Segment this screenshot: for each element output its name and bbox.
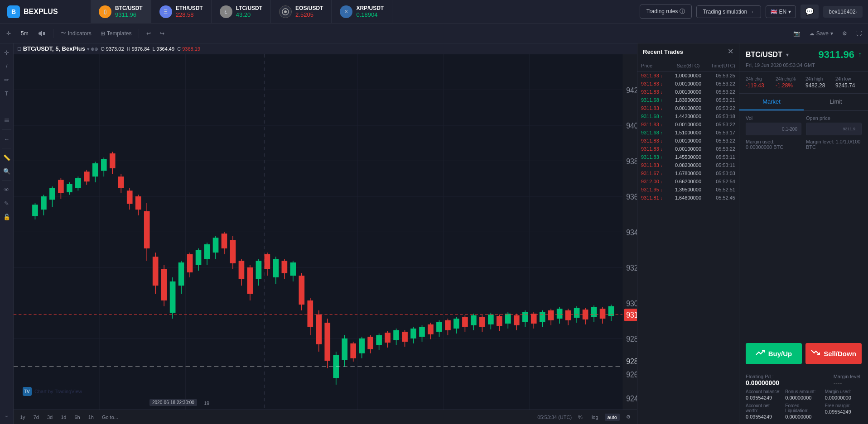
- trade-symbol-arrow: ▾: [786, 52, 789, 58]
- ticker-eos[interactable]: EOS/USDT 2.5205: [271, 0, 332, 24]
- zoom-tool[interactable]: 🔍: [1, 166, 12, 176]
- time-nav-1y[interactable]: 1y: [17, 414, 28, 421]
- lang-label: EN: [779, 9, 787, 15]
- chart-symbol: ☐ BTC/USDT, 5, BexPlus ▾ ⊕⊕: [17, 45, 98, 52]
- trade-size: 0.00100000: [672, 138, 704, 143]
- trading-simulation-button[interactable]: Trading simulation →: [696, 5, 761, 18]
- templates-button[interactable]: ⊞ Templates: [98, 29, 135, 38]
- logo-icon: B: [7, 5, 20, 18]
- measure-tool[interactable]: [1, 101, 12, 112]
- tab-limit[interactable]: Limit: [804, 94, 868, 110]
- tab-market[interactable]: Market: [739, 94, 804, 110]
- ticker-ltc[interactable]: Ł LTC/USDT 43.20: [212, 0, 271, 24]
- crosshair-tool[interactable]: ✛: [4, 29, 14, 38]
- forced-liq-item: Forced Liquidation: 0.00000000: [785, 403, 822, 419]
- redo-button[interactable]: ↪: [157, 29, 167, 38]
- svg-rect-26: [32, 205, 38, 216]
- trade-row: 9311.93↓ 1.00000000 05:53:25: [637, 71, 739, 80]
- top-actions: Trading rules ⓘ Trading simulation → 🇬🇧 …: [634, 5, 868, 19]
- trade-time: 05:53:22: [704, 122, 735, 127]
- trade-price: 9311.83↓: [641, 162, 672, 168]
- save-chevron-icon: ▾: [830, 30, 833, 37]
- open-price-input-row: 9311.9..: [806, 123, 862, 135]
- time-nav-3d[interactable]: 3d: [44, 414, 55, 421]
- chart-date-label: 2020-06-18 22:30:00: [149, 399, 197, 406]
- account-info: Floating P/L: 0.00000000 Margin level: -…: [739, 369, 868, 424]
- cursor-tool[interactable]: ✛: [1, 47, 12, 58]
- time-nav-1h[interactable]: 1h: [86, 414, 96, 421]
- indicators-button[interactable]: 〜 Indicators: [58, 28, 94, 39]
- user-button[interactable]: bex116402·: [823, 6, 863, 18]
- svg-rect-92: [316, 314, 322, 344]
- open-price-input[interactable]: [806, 123, 839, 135]
- trade-size: 1.83900000: [672, 97, 704, 103]
- fullscreen-button[interactable]: ⛶: [854, 29, 864, 38]
- svg-rect-142: [531, 314, 537, 324]
- svg-rect-118: [428, 324, 434, 334]
- trade-row: 9311.81↓ 1.64600000 05:52:45: [637, 194, 739, 202]
- percent-btn[interactable]: %: [575, 414, 585, 421]
- svg-rect-34: [67, 184, 72, 192]
- svg-rect-78: [256, 261, 262, 279]
- close-panel-button[interactable]: ✕: [728, 48, 733, 55]
- svg-rect-112: [402, 332, 408, 342]
- margin-used-item-label: Margin used:: [825, 389, 862, 394]
- timeframe-button[interactable]: 5m: [17, 29, 32, 38]
- sell-down-button[interactable]: Sell/Down: [805, 343, 862, 364]
- ticker-xrp[interactable]: ✕ XRP/USDT 0.18904: [332, 0, 392, 24]
- trading-rules-button[interactable]: Trading rules ⓘ: [640, 5, 692, 19]
- language-button[interactable]: 🇬🇧 EN ▾: [766, 5, 796, 18]
- time-nav-6h[interactable]: 6h: [72, 414, 82, 421]
- log-btn[interactable]: log: [589, 414, 601, 421]
- ticker-btc[interactable]: ₿ BTC/USDT 9311.96: [91, 0, 151, 24]
- trade-price: 9311.68↑: [641, 130, 672, 135]
- edit-tool[interactable]: ✎: [1, 198, 12, 209]
- trading-rules-label: Trading rules ⓘ: [646, 8, 685, 15]
- trade-price: 9311.93↓: [641, 73, 672, 78]
- chart-type-button[interactable]: [36, 29, 48, 38]
- svg-text:9281.09: 9281.09: [626, 357, 637, 366]
- trade-price: 9312.00↓: [641, 179, 672, 184]
- eth-icon: Ξ: [159, 5, 172, 18]
- undo-button[interactable]: ↩: [144, 29, 154, 38]
- save-button[interactable]: ☁ Save ▾: [806, 29, 836, 38]
- chat-icon: 💬: [805, 8, 814, 15]
- watch-tool[interactable]: 👁: [1, 184, 12, 195]
- time-nav-7d[interactable]: 7d: [31, 414, 42, 421]
- ruler-tool[interactable]: 📏: [1, 152, 12, 163]
- bonus-item: Bonus amount: 0.00000000: [785, 389, 822, 400]
- trade-price: 9311.83↓: [641, 146, 672, 152]
- fibonacci-tool[interactable]: [1, 115, 12, 126]
- trade-form: Vol 0.1-200 Margin used: 0.00000000 BTC …: [739, 111, 868, 338]
- draw-tool[interactable]: ✏: [1, 74, 12, 85]
- floating-pl-row: Floating P/L: 0.00000000 Margin level: -…: [746, 374, 862, 386]
- screenshot-button[interactable]: 📷: [791, 29, 803, 38]
- logo: B BEXPLUS: [0, 5, 91, 18]
- chart-canvas[interactable]: 9420.00 9400.00 9380.00 9360.00 9340.00 …: [14, 54, 637, 410]
- lock-tool[interactable]: 🔓: [1, 211, 12, 222]
- chart-settings-btn[interactable]: ⚙: [623, 413, 633, 421]
- settings-button[interactable]: ⚙: [839, 29, 850, 38]
- goto-button[interactable]: Go to...: [99, 414, 121, 421]
- svg-rect-86: [290, 262, 296, 276]
- buy-up-button[interactable]: Buy/Up: [746, 343, 802, 364]
- svg-rect-144: [540, 312, 545, 322]
- vol-input[interactable]: [746, 123, 778, 135]
- svg-rect-64: [196, 250, 202, 265]
- trend-line-tool[interactable]: /: [1, 61, 12, 71]
- auto-btn[interactable]: auto: [605, 414, 620, 421]
- trade-price: 9311.83↓: [641, 122, 672, 127]
- time-nav-1d[interactable]: 1d: [58, 414, 69, 421]
- panel-title: Recent Trades: [643, 48, 683, 55]
- chat-button[interactable]: 💬: [800, 5, 819, 19]
- trade-row: 9311.83↓ 0.00100000 05:53:22: [637, 145, 739, 153]
- arrow-tool[interactable]: ←: [1, 133, 12, 144]
- svg-text:9311.93: 9311.93: [626, 310, 637, 319]
- eos-info: EOS/USDT 2.5205: [295, 5, 323, 18]
- ticker-eth[interactable]: Ξ ETH/USDT 228.58: [151, 0, 212, 24]
- trade-size: 1.44200000: [672, 114, 704, 119]
- svg-text:9280.00: 9280.00: [626, 334, 637, 343]
- text-tool[interactable]: T: [1, 88, 12, 99]
- svg-text:9360.00: 9360.00: [626, 192, 637, 201]
- collapse-tool[interactable]: ⌄: [1, 410, 12, 420]
